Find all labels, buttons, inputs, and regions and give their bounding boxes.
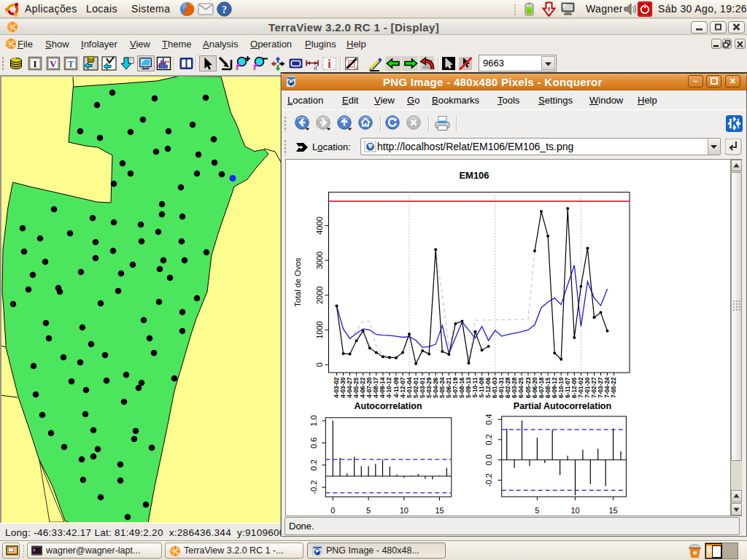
svg-text:Total de Ovos: Total de Ovos	[293, 257, 302, 307]
svg-text:?: ?	[222, 4, 227, 15]
svg-text:6-01-31: 6-01-31	[498, 377, 505, 398]
svg-text:-0.2: -0.2	[484, 473, 493, 487]
svg-text:15: 15	[435, 506, 444, 515]
svg-text:-0.2: -0.2	[309, 481, 318, 494]
svg-text:4-06-22: 4-06-22	[360, 377, 366, 398]
svg-text:5-04-26: 5-04-26	[433, 377, 439, 398]
svg-text:4-05-25: 4-05-25	[353, 377, 360, 398]
svg-text:7-01-30: 7-01-30	[584, 377, 591, 398]
svg-text:V: V	[50, 58, 57, 69]
svg-text:4-03-30: 4-03-30	[340, 377, 347, 398]
svg-text:6-07-18: 6-07-18	[538, 377, 545, 398]
svg-text:4-11-09: 4-11-09	[393, 377, 400, 397]
svg-text:10: 10	[570, 506, 579, 515]
svg-text:6-11-07: 6-11-07	[565, 377, 571, 397]
svg-text:0.0: 0.0	[484, 454, 493, 465]
svg-text:5-09-13: 5-09-13	[465, 377, 472, 398]
svg-text:0.2: 0.2	[484, 434, 493, 445]
svg-text:d: d	[314, 64, 317, 71]
svg-text:5-05-24: 5-05-24	[439, 377, 446, 398]
svg-text:7-04-24: 7-04-24	[604, 377, 611, 398]
svg-text:6-05-23: 6-05-23	[525, 377, 532, 398]
svg-text:6-10-10: 6-10-10	[558, 377, 565, 398]
svg-text:4-10-12: 4-10-12	[386, 377, 392, 398]
svg-text:T: T	[68, 58, 74, 69]
svg-text:6-09-12: 6-09-12	[551, 377, 558, 398]
svg-text:1000: 1000	[315, 321, 324, 338]
svg-text:6-08-15: 6-08-15	[545, 377, 551, 398]
svg-text:6-01-03: 6-01-03	[492, 377, 498, 398]
svg-text:6-02-28: 6-02-28	[505, 377, 511, 398]
svg-text:6-12-05: 6-12-05	[571, 377, 578, 398]
svg-text:4-03-02: 4-03-02	[333, 377, 340, 398]
svg-text:10: 10	[400, 506, 409, 515]
svg-text:4-04-27: 4-04-27	[347, 377, 353, 398]
svg-text:I: I	[33, 58, 36, 69]
svg-text:5: 5	[535, 506, 539, 515]
svg-text:0.4: 0.4	[484, 414, 493, 425]
svg-text:7-02-27: 7-02-27	[591, 377, 597, 398]
svg-text:4-08-17: 4-08-17	[373, 377, 379, 398]
svg-text:0: 0	[315, 362, 324, 367]
svg-text:EM106: EM106	[459, 170, 489, 181]
svg-text:6-04-25: 6-04-25	[518, 377, 525, 398]
svg-text:5-08-16: 5-08-16	[459, 377, 465, 398]
svg-text:4-09-14: 4-09-14	[379, 377, 386, 398]
svg-text:3000: 3000	[315, 252, 324, 269]
svg-text:5-01-04: 5-01-04	[406, 377, 413, 398]
svg-text:5-11-08: 5-11-08	[479, 377, 485, 397]
svg-text:7-05-22: 7-05-22	[611, 377, 617, 398]
svg-text:5-07-19: 5-07-19	[452, 377, 459, 398]
svg-text:4000: 4000	[315, 217, 324, 234]
svg-text:5-03-01: 5-03-01	[419, 377, 426, 398]
svg-text:0: 0	[330, 506, 335, 515]
svg-text:5-10-11: 5-10-11	[472, 377, 479, 397]
svg-text:6-06-20: 6-06-20	[532, 377, 538, 398]
svg-text:4-07-20: 4-07-20	[366, 377, 373, 398]
svg-text:i: i	[328, 58, 331, 70]
svg-text:1.0: 1.0	[309, 415, 318, 426]
svg-text:Partial Autocorrelation: Partial Autocorrelation	[514, 401, 611, 411]
svg-text:5: 5	[366, 506, 371, 515]
svg-text:15: 15	[608, 506, 617, 515]
svg-text:5-06-21: 5-06-21	[446, 377, 452, 398]
svg-text:5-02-01: 5-02-01	[413, 377, 419, 398]
svg-text:2000: 2000	[315, 287, 324, 304]
svg-text:7-03-27: 7-03-27	[597, 377, 604, 398]
svg-text:6-03-28: 6-03-28	[511, 377, 518, 398]
svg-text:5-03-29: 5-03-29	[426, 377, 433, 398]
svg-text:0.6: 0.6	[309, 438, 318, 448]
svg-text:Autocorrelation: Autocorrelation	[354, 401, 422, 411]
svg-text:0.2: 0.2	[309, 459, 318, 470]
svg-text:5-12-06: 5-12-06	[485, 377, 492, 398]
svg-text:7-01-02: 7-01-02	[578, 377, 584, 398]
svg-text:4-12-07: 4-12-07	[400, 377, 406, 398]
